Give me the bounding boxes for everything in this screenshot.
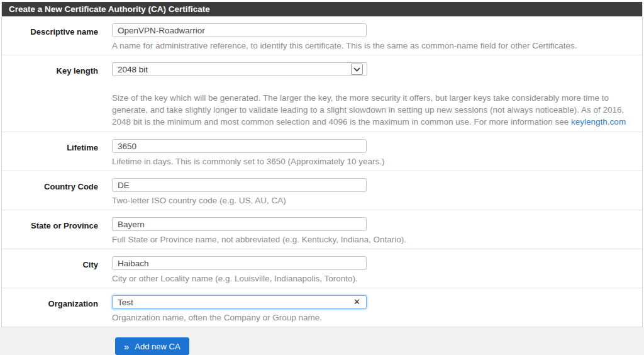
lifetime-input[interactable] [112, 139, 367, 153]
city-label: City [82, 260, 98, 269]
form-footer: » Add new CA [0, 327, 644, 355]
label-column: Key length [2, 62, 98, 128]
lifetime-label: Lifetime [67, 143, 98, 152]
page: Create a New Certificate Authority (CA) … [0, 2, 644, 355]
form-row-lifetime: Lifetime Lifetime in days. This is commo… [2, 132, 642, 171]
input-column: 2048 bit Size of the key which will be g… [98, 62, 642, 128]
label-column: Organization [2, 295, 98, 323]
form-row-city: City City or other Locality name (e.g. L… [2, 249, 642, 288]
panel-title: Create a New Certificate Authority (CA) … [2, 2, 642, 16]
key-length-selected-value: 2048 bit [118, 65, 148, 74]
input-column: Full State or Province name, not abbrevi… [98, 217, 642, 245]
double-angle-right-icon: » [124, 342, 129, 351]
state-province-help: Full State or Province name, not abbrevi… [112, 235, 637, 245]
chevron-down-icon [351, 64, 363, 75]
country-code-label: Country Code [44, 182, 98, 191]
descriptive-name-help: A name for administrative reference, to … [112, 41, 637, 51]
input-column: Two-letter ISO country code (e.g. US, AU… [98, 178, 642, 206]
clear-input-icon[interactable]: ✕ [353, 297, 360, 307]
form-row-key-length: Key length 2048 bit Size of the key whic… [2, 55, 642, 132]
input-column: ✕ Organization name, often the Company o… [98, 295, 642, 323]
lifetime-help: Lifetime in days. This is commonly set t… [112, 157, 637, 167]
city-input[interactable] [112, 256, 367, 270]
key-length-help-text: Size of the key which will be generated.… [112, 93, 624, 127]
organization-help: Organization name, often the Company or … [112, 313, 637, 323]
descriptive-name-label: Descriptive name [30, 27, 98, 37]
organization-label: Organization [48, 299, 98, 308]
ca-form-panel: Create a New Certificate Authority (CA) … [1, 2, 643, 327]
organization-input[interactable] [112, 295, 367, 309]
form-row-descriptive-name: Descriptive name A name for administrati… [2, 16, 642, 55]
label-column: City [2, 256, 98, 284]
descriptive-name-input[interactable] [112, 23, 367, 37]
form-row-state-province: State or Province Full State or Province… [2, 210, 642, 249]
label-column: Country Code [2, 178, 98, 206]
form-row-organization: Organization ✕ Organization name, often … [2, 288, 642, 327]
add-new-ca-label: Add new CA [135, 342, 180, 351]
input-column: A name for administrative reference, to … [98, 23, 642, 51]
state-province-label: State or Province [31, 221, 98, 230]
form-row-country-code: Country Code Two-letter ISO country code… [2, 171, 642, 210]
input-column: Lifetime in days. This is commonly set t… [98, 139, 642, 167]
key-length-label: Key length [57, 66, 98, 76]
add-new-ca-button[interactable]: » Add new CA [115, 337, 189, 355]
label-column: Descriptive name [2, 23, 98, 51]
country-code-input[interactable] [112, 178, 367, 192]
keylength-link[interactable]: keylength.com [571, 117, 626, 127]
organization-input-wrap: ✕ [112, 295, 367, 309]
input-column: City or other Locality name (e.g. Louisv… [98, 256, 642, 284]
country-code-help: Two-letter ISO country code (e.g. US, AU… [112, 196, 637, 206]
state-province-input[interactable] [112, 217, 367, 231]
key-length-help: Size of the key which will be generated.… [112, 92, 637, 128]
label-column: State or Province [2, 217, 98, 245]
city-help: City or other Locality name (e.g. Louisv… [112, 274, 637, 284]
label-column: Lifetime [2, 139, 98, 167]
key-length-select[interactable]: 2048 bit [112, 62, 367, 76]
